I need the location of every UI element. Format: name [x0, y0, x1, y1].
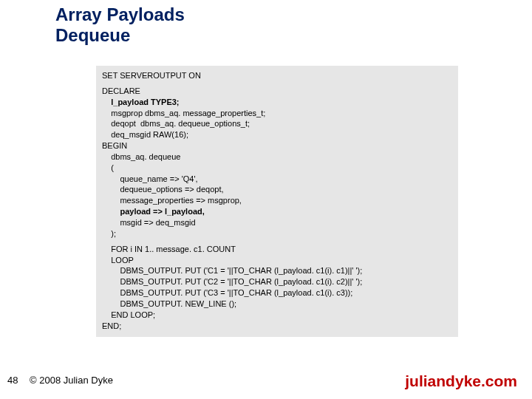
- slide-title: Array PayloadsDequeue: [55, 4, 185, 45]
- code-line: DECLARE: [102, 86, 452, 97]
- code-line: BEGIN: [102, 140, 452, 151]
- code-line: payload => l_payload,: [102, 206, 452, 217]
- code-line: DBMS_OUTPUT. PUT ('C1 = '||TO_CHAR (l_pa…: [102, 265, 452, 276]
- code-line: l_payload TYPE3;: [102, 97, 452, 108]
- code-line: FOR i IN 1.. message. c1. COUNT: [102, 244, 452, 255]
- code-line: END LOOP;: [102, 310, 452, 321]
- code-line: LOOP: [102, 255, 452, 266]
- code-line: END;: [102, 321, 452, 332]
- code-line: (: [102, 163, 452, 174]
- code-line: msgprop dbms_aq. message_properties_t;: [102, 108, 452, 119]
- site-url: juliandyke.com: [405, 372, 517, 390]
- copyright-text: © 2008 Julian Dyke: [30, 375, 113, 386]
- code-line: SET SERVEROUTPUT ON: [102, 70, 452, 81]
- code-line: msgid => deq_msgid: [102, 217, 452, 228]
- code-line: DBMS_OUTPUT. PUT ('C3 = '||TO_CHAR (l_pa…: [102, 287, 452, 299]
- code-line: queue_name => 'Q4',: [102, 174, 452, 185]
- code-line: deqopt dbms_aq. dequeue_options_t;: [102, 118, 452, 129]
- page-number: 48: [7, 375, 18, 386]
- code-line: DBMS_OUTPUT. NEW_LINE ();: [102, 299, 452, 310]
- code-line: dbms_aq. dequeue: [102, 151, 452, 163]
- code-line: deq_msgid RAW(16);: [102, 129, 452, 140]
- code-line: );: [102, 228, 452, 239]
- code-block: SET SERVEROUTPUT ON DECLARE l_payload TY…: [96, 66, 458, 337]
- code-line: message_properties => msgprop,: [102, 195, 452, 206]
- code-line: DBMS_OUTPUT. PUT ('C2 = '||TO_CHAR (l_pa…: [102, 276, 452, 287]
- code-line: dequeue_options => deqopt,: [102, 184, 452, 195]
